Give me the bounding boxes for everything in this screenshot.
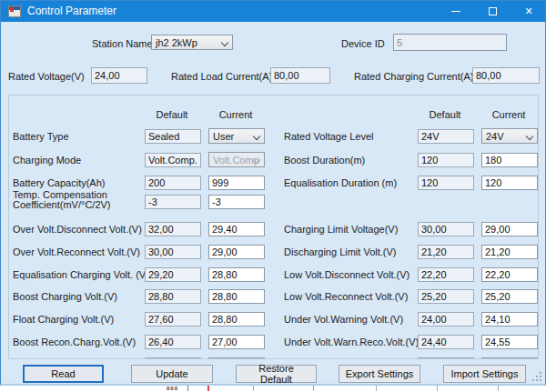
background-partial-text: 000 xyxy=(167,386,178,391)
background-window-edge: 000 xyxy=(0,385,546,392)
minimize-button[interactable] xyxy=(438,1,474,22)
current-value-field-right-8[interactable] xyxy=(481,335,538,349)
update-button[interactable]: Update xyxy=(131,365,213,383)
current-value-field-right-5[interactable] xyxy=(481,267,538,282)
current-value-field-left-3[interactable] xyxy=(208,195,265,209)
maximize-button[interactable] xyxy=(474,1,511,22)
param-label-right-3: Charging Limit Voltage(V) xyxy=(284,224,398,235)
station-name-value: jh2 2kWp xyxy=(156,37,197,48)
close-button[interactable]: ✕ xyxy=(511,1,546,22)
current-value-field-right-2[interactable] xyxy=(481,176,538,190)
current-value-field-left-2[interactable] xyxy=(208,176,265,190)
current-value-field-left-8[interactable] xyxy=(208,312,265,327)
current-value-field-left-5[interactable] xyxy=(208,245,265,259)
titlebar[interactable]: Control Parameter ✕ xyxy=(1,1,545,22)
resize-grip[interactable] xyxy=(540,379,541,381)
default-value-field-left-4 xyxy=(145,222,201,236)
rated-load-current-field xyxy=(270,67,330,84)
current-value-combo-left-1: Volt.Comp xyxy=(208,152,265,167)
column-header-default: Default xyxy=(410,109,480,120)
rated-load-current-label: Rated Load Current(A) xyxy=(171,71,272,82)
default-value-field-right-2 xyxy=(418,176,474,190)
chevron-down-icon xyxy=(221,39,228,46)
current-value-field-right-7[interactable] xyxy=(481,312,538,327)
default-value-field-right-6 xyxy=(418,289,474,304)
axis-tick xyxy=(253,385,254,391)
param-label-left-9: Boost Recon.Charg.Volt.(V) xyxy=(13,337,136,347)
current-value-field-right-1[interactable] xyxy=(481,153,538,167)
default-value-field-left-3 xyxy=(145,195,201,209)
rated-charging-current-field xyxy=(472,67,540,84)
current-value-combo-right-0[interactable]: 24V xyxy=(481,128,538,144)
param-label-right-0: Rated Voltage Level xyxy=(284,131,373,142)
default-value-field-left-6 xyxy=(145,267,201,282)
current-value-field-right-3[interactable] xyxy=(481,222,538,236)
param-label-right-7: Under Vol.Warning Volt.(V) xyxy=(284,314,403,325)
default-value-field-right-0 xyxy=(418,129,474,144)
chevron-down-icon xyxy=(526,133,533,140)
station-name-label: Station Name xyxy=(92,38,153,49)
param-label-left-4: Over Volt.Disconnect Volt.(V) xyxy=(13,224,142,235)
param-label-right-1: Boost Duration(m) xyxy=(284,155,365,166)
param-label-left-2: Battery Capacity(Ah) xyxy=(13,177,105,188)
current-value-field-left-9[interactable] xyxy=(208,335,265,349)
param-label-left-5: Over Volt.Reconnect Volt.(V) xyxy=(13,246,140,257)
param-label-left-0: Battery Type xyxy=(13,131,69,142)
default-value-field-right-5 xyxy=(418,267,474,282)
default-value-field-right-3 xyxy=(418,222,474,236)
param-label-right-4: Discharging Limit Volt.(V) xyxy=(284,246,397,257)
default-value-field-left-10 xyxy=(145,357,201,359)
default-value-field-left-9 xyxy=(145,335,201,349)
combo-value: 24V xyxy=(486,131,504,142)
param-label-left-3: Temp. Compensation Coefficient(mV/°C/2V) xyxy=(13,190,142,210)
default-value-field-left-7 xyxy=(145,289,201,304)
close-icon: ✕ xyxy=(524,6,532,16)
current-value-field-right-6[interactable] xyxy=(481,289,538,304)
rated-charging-current-label: Rated Charging Current(A) xyxy=(354,71,473,82)
screen: 000 Control Parameter ✕ Station Name jh2… xyxy=(0,0,546,392)
column-header-current: Current xyxy=(200,109,271,120)
rated-voltage-field xyxy=(91,67,147,84)
maximize-icon xyxy=(489,7,497,15)
default-value-field-right-4 xyxy=(418,245,474,259)
param-label-left-1: Charging Mode xyxy=(13,155,81,166)
param-label-right-5: Low Volt.Disconnect Volt.(V) xyxy=(284,269,410,280)
rated-voltage-label: Rated Voltage(V) xyxy=(8,71,85,82)
current-value-field-left-4[interactable] xyxy=(208,222,265,236)
export-settings-button[interactable]: Export Settings xyxy=(339,365,420,383)
default-value-field-right-9 xyxy=(418,357,474,359)
param-label-right-8: Under Volt.Warn.Reco.Volt.(V) xyxy=(284,337,419,347)
default-value-field-left-5 xyxy=(145,245,201,259)
axis-tick-red xyxy=(207,385,209,391)
current-value-field-left-6[interactable] xyxy=(208,267,265,282)
default-value-field-right-8 xyxy=(418,335,474,349)
current-value-field-right-9[interactable] xyxy=(481,357,538,359)
current-value-combo-left-0[interactable]: User xyxy=(208,128,265,144)
import-settings-button[interactable]: Import Settings xyxy=(443,365,526,383)
param-label-left-7: Boost Charging Volt.(V) xyxy=(13,291,117,302)
minimize-icon xyxy=(451,11,460,12)
axis-tick xyxy=(437,385,438,391)
window-title: Control Parameter xyxy=(27,5,116,17)
parameters-groupbox: Default Current Default Current Battery … xyxy=(8,95,539,359)
param-label-left-8: Float Charging Volt.(V) xyxy=(13,314,114,325)
current-value-field-left-7[interactable] xyxy=(208,289,265,304)
default-value-field-left-0 xyxy=(145,129,201,144)
current-value-field-right-4[interactable] xyxy=(481,245,538,259)
device-id-label: Device ID xyxy=(341,38,385,49)
param-label-right-2: Equalisation Duration (m) xyxy=(284,177,397,188)
default-value-field-left-2 xyxy=(145,176,201,190)
combo-value: User xyxy=(213,131,234,142)
current-value-field-left-10[interactable] xyxy=(208,357,265,359)
column-header-default: Default xyxy=(136,109,207,120)
axis-tick xyxy=(376,385,377,391)
default-value-field-right-7 xyxy=(418,312,474,327)
default-value-field-right-1 xyxy=(418,153,474,167)
column-header-current: Current xyxy=(473,109,539,120)
param-label-left-6: Equalisation Charging Volt. (V) xyxy=(13,269,149,280)
chevron-down-icon xyxy=(253,133,260,140)
restore-default-button[interactable]: Restore Default xyxy=(236,365,317,383)
station-name-combo[interactable]: jh2 2kWp xyxy=(151,35,233,50)
axis-tick xyxy=(498,385,499,391)
read-button[interactable]: Read xyxy=(23,365,104,383)
